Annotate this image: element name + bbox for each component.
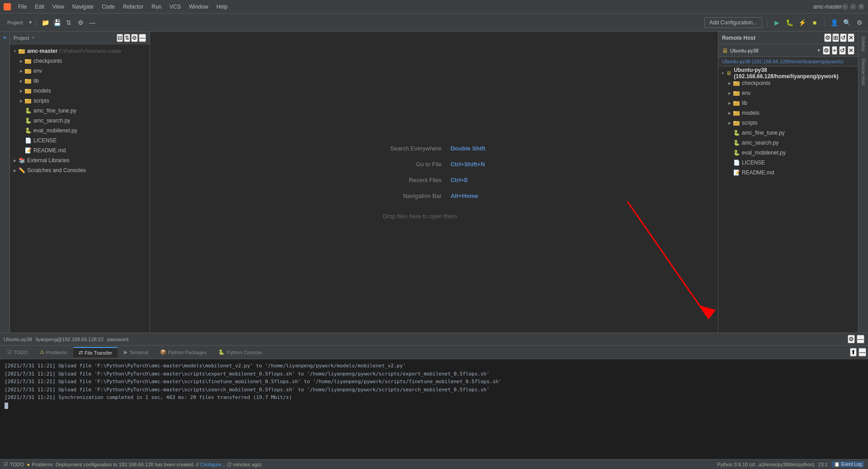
todo-status-item[interactable]: ☑ TODO — [4, 461, 24, 467]
models-folder-icon — [24, 87, 32, 94]
terminal-close-icon[interactable]: — — [859, 348, 866, 356]
terminal-expand-icon[interactable]: ⬆ — [850, 348, 857, 356]
add-configuration-button[interactable]: Add Configuration... — [704, 17, 762, 28]
tree-env[interactable]: ▶ env — [10, 66, 150, 76]
right-sidebar-icons: Sidebar Remote Host — [858, 32, 868, 333]
collapse-all-icon[interactable]: ⊟ — [117, 34, 123, 42]
remote-models[interactable]: ▶ models — [718, 108, 858, 118]
remote-env[interactable]: ▶ env — [718, 88, 858, 98]
sort-icon[interactable]: ⇅ — [64, 18, 74, 28]
search-everywhere-shortcut[interactable]: Double Shift — [451, 145, 486, 152]
project-dropdown[interactable]: Project — [4, 19, 26, 26]
python-interpreter[interactable]: Python 3.8.10 (sf...a3/envs/py38/bin/pyt… — [717, 462, 814, 467]
license-label: LICENSE — [33, 137, 57, 144]
left-sidebar-icons: P — [0, 32, 10, 333]
server-settings-icon[interactable]: ⚙ — [823, 46, 830, 55]
remote-checkpoints[interactable]: ▶ checkpoints — [718, 78, 858, 88]
python-packages-label: Python Packages — [168, 350, 207, 355]
tab-problems[interactable]: ⚠ Problems — [34, 347, 72, 357]
svg-rect-21 — [733, 111, 736, 113]
tree-readme[interactable]: ▶ 📝 README.md — [10, 145, 150, 155]
tree-eval-mobilenet[interactable]: ▶ 🐍 eval_mobilenet.py — [10, 126, 150, 136]
close-button[interactable]: ✕ — [858, 4, 864, 10]
menu-edit[interactable]: Edit — [31, 3, 48, 11]
tree-checkpoints[interactable]: ▶ checkpoints — [10, 56, 150, 66]
user-icon[interactable]: 👤 — [829, 18, 839, 28]
remote-path: Ubuntu-py38 (192.168.66.128/home/liyanpe… — [722, 59, 843, 64]
maximize-button[interactable]: □ — [850, 4, 856, 10]
tree-external-libs[interactable]: ▶ 📚 External Libraries — [10, 155, 150, 165]
remote-close-icon[interactable]: ✕ — [848, 33, 854, 42]
configure-link[interactable]: Configure... — [200, 462, 226, 467]
server-refresh-icon[interactable]: ↺ — [839, 46, 846, 55]
menu-navigate[interactable]: Navigate — [69, 3, 97, 11]
debug-button[interactable]: 🐛 — [784, 18, 794, 28]
tab-python-packages[interactable]: 📦 Python Packages — [155, 347, 212, 357]
remote-refresh-icon[interactable]: ↺ — [840, 33, 847, 42]
menu-vcs[interactable]: VCS — [166, 3, 184, 11]
tree-lib[interactable]: ▶ lib — [10, 76, 150, 86]
search-everywhere-button[interactable]: 🔍 — [842, 18, 852, 28]
menu-help[interactable]: Help — [213, 3, 231, 11]
server-close-icon[interactable]: ✕ — [848, 46, 854, 55]
menu-window[interactable]: Window — [185, 3, 212, 11]
tree-scratches[interactable]: ▶ ✏️ Scratches and Consoles — [10, 165, 150, 175]
remote-lib[interactable]: ▶ lib — [718, 98, 858, 108]
tree-license[interactable]: ▶ 📄 LICENSE — [10, 136, 150, 145]
remote-readme[interactable]: ▶ 📝 README.md — [718, 168, 858, 178]
remote-eval[interactable]: ▶ 🐍 eval_mobilenet.py — [718, 148, 858, 158]
svg-rect-11 — [25, 99, 28, 100]
tree-root[interactable]: ▼ amc-master F:\Python\PyTorch\amc-maste… — [10, 46, 150, 56]
menu-refactor[interactable]: Refactor — [119, 3, 147, 11]
tree-amc-fine-tune[interactable]: ▶ 🐍 amc_fine_tune.py — [10, 106, 150, 116]
terminal-content[interactable]: [2021/7/31 11:21] Upload file 'F:\Python… — [0, 359, 868, 459]
gear-icon[interactable]: ⚙ — [131, 34, 138, 42]
settings-icon[interactable]: ⚙ — [75, 18, 85, 28]
goto-file-shortcut[interactable]: Ctrl+Shift+N — [451, 161, 485, 168]
menu-view[interactable]: View — [49, 3, 68, 11]
terminal-cursor — [5, 403, 8, 409]
bottom-tabs: ☑ TODO ⚠ Problems ⇄ File Transfer ▶ Term… — [0, 346, 868, 359]
remote-search[interactable]: ▶ 🐍 amc_search.py — [718, 138, 858, 148]
settings-gear-icon[interactable]: ⚙ — [854, 18, 864, 28]
run-with-coverage-button[interactable]: ⚡ — [797, 18, 807, 28]
event-log-button[interactable]: 📋 Event Log — [831, 461, 864, 467]
recent-files-label: Recent Files — [383, 177, 442, 183]
run-button[interactable]: ▶ — [772, 18, 782, 28]
remote-settings-icon[interactable]: ⚙ — [824, 33, 831, 42]
remote-split-icon[interactable]: ⊞ — [832, 33, 839, 42]
tab-file-transfer[interactable]: ⇄ File Transfer — [73, 347, 118, 357]
save-icon[interactable]: 💾 — [52, 18, 62, 28]
stop-button[interactable]: ■ — [810, 18, 820, 28]
server-dropdown[interactable]: ▼ — [816, 48, 821, 53]
sort-tree-icon[interactable]: ⇅ — [124, 34, 130, 42]
ft-settings-icon[interactable]: ⚙ — [848, 335, 855, 343]
tab-todo[interactable]: ☑ TODO — [2, 347, 33, 357]
minimize-button[interactable]: ─ — [842, 4, 848, 10]
remote-root[interactable]: ▼ 🖥 Ubuntu-py38 (192.168.66.128/home/liy… — [718, 68, 858, 78]
menu-code[interactable]: Code — [98, 3, 118, 11]
remote-fine-tune[interactable]: ▶ 🐍 amc_fine_tune.py — [718, 128, 858, 138]
menu-file[interactable]: File — [14, 3, 30, 11]
close-panel-icon[interactable]: — — [87, 18, 97, 28]
tab-python-console[interactable]: 🐍 Python Console — [213, 347, 267, 357]
project-icon[interactable]: P — [1, 33, 9, 42]
server-add-icon[interactable]: + — [832, 46, 837, 55]
tree-scripts[interactable]: ▶ scripts — [10, 96, 150, 106]
sidebar-label[interactable]: Sidebar — [860, 33, 867, 54]
recent-files-shortcut[interactable]: Ctrl+E — [451, 177, 468, 183]
remote-scripts[interactable]: ▶ scripts — [718, 118, 858, 128]
tree-amc-search[interactable]: ▶ 🐍 amc_search.py — [10, 116, 150, 126]
remote-host-label[interactable]: Remote Host — [860, 56, 867, 88]
hide-panel-icon[interactable]: — — [139, 34, 146, 42]
menu-items: File Edit View Navigate Code Refactor Ru… — [14, 3, 804, 11]
tree-models[interactable]: ▶ models — [10, 86, 150, 96]
tab-terminal[interactable]: ▶ Terminal — [118, 347, 154, 357]
ft-minimize-icon[interactable]: — — [857, 335, 864, 343]
remote-license[interactable]: ▶ 📄 LICENSE — [718, 158, 858, 168]
folder-icon[interactable]: 📁 — [40, 18, 50, 28]
problems-status-item[interactable]: ● Problems — [27, 462, 53, 467]
nav-bar-shortcut[interactable]: Alt+Home — [451, 192, 478, 199]
r-checkpoints-icon — [733, 80, 740, 87]
menu-run[interactable]: Run — [148, 3, 165, 11]
